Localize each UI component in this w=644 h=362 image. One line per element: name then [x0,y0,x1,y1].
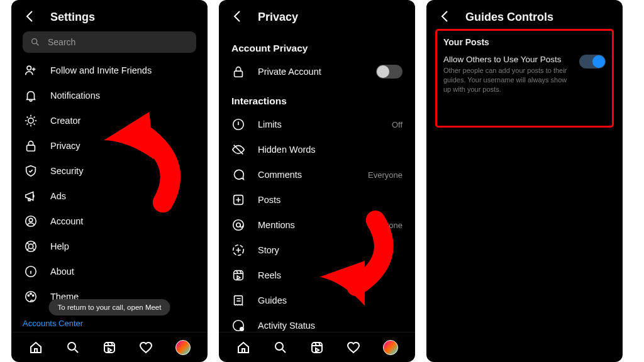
row-value: Off [392,120,402,129]
nav-home-icon[interactable] [236,340,251,355]
row-account[interactable]: Account [23,209,196,234]
activity-icon [231,319,245,332]
row-ads[interactable]: Ads [23,184,196,209]
row-label: Creator [50,116,195,126]
highlight-box: Your Posts Allow Others to Use Your Post… [435,29,614,128]
row-reels[interactable]: Reels [230,263,404,288]
row-hidden-words[interactable]: Hidden Words [230,137,404,162]
row-label: Help [50,241,195,251]
palette-icon [24,290,38,304]
section-account-privacy: Account Privacy [230,31,404,59]
lock-icon [24,139,38,153]
row-follow-and-invite-friends[interactable]: Follow and Invite Friends [23,58,196,83]
header: Settings [11,0,208,31]
section-your-posts: Your Posts [443,37,606,47]
header: Privacy [219,0,415,31]
toast-message: To return to your call, open Meet [49,299,170,315]
row-label: Account [50,216,195,226]
back-icon[interactable] [230,9,244,25]
bottom-nav [219,332,415,362]
allow-others-toggle[interactable] [579,55,606,69]
search-icon [30,37,40,47]
row-guides[interactable]: Guides [230,288,404,313]
row-posts[interactable]: Posts [230,187,404,212]
search-input[interactable]: Search [23,31,196,53]
mentions-icon [231,218,245,232]
limits-icon [231,118,245,131]
row-label: Posts [258,195,402,205]
row-security[interactable]: Security [23,158,196,184]
page-title: Settings [50,11,95,24]
row-label: Mentions [258,220,355,230]
row-label: Comments [258,170,355,180]
megaphone-icon [24,189,38,203]
header: Guides Controls [426,0,623,31]
row-value: Everyone [368,221,402,230]
row-label: Activity Status [258,321,402,331]
row-creator[interactable]: Creator [23,108,196,133]
add-friend-icon [24,63,38,77]
private-account-toggle[interactable] [376,65,402,79]
row-label: Story [258,245,402,255]
guides-controls-screen: Guides Controls Your Posts Allow Others … [426,0,623,362]
row-label: Privacy [50,141,195,151]
row-privacy[interactable]: Privacy [23,133,196,158]
info-icon [24,265,38,278]
reels-icon [231,268,245,282]
row-notifications[interactable]: Notifications [23,83,196,108]
lock-icon [231,65,245,79]
star-badge-icon [24,114,38,128]
row-label: Reels [258,270,402,280]
row-limits[interactable]: LimitsOff [230,112,404,137]
row-activity-status[interactable]: Activity Status [230,313,404,332]
back-icon[interactable] [438,9,452,25]
nav-activity-icon[interactable] [138,340,153,355]
row-help[interactable]: Help [23,234,196,259]
privacy-screen: Privacy Account Privacy Private Account … [219,0,415,362]
row-label: Follow and Invite Friends [50,65,195,75]
hidden-words-icon [231,143,245,156]
nav-profile-avatar[interactable] [175,340,191,355]
option-heading: Allow Others to Use Your Posts [443,55,573,64]
row-label: Ads [50,191,195,201]
nav-reels-icon[interactable] [309,340,325,355]
settings-screen: Settings Search Follow and Invite Friend… [11,0,208,362]
row-label: Notifications [50,90,195,101]
row-about[interactable]: About [23,259,196,284]
page-title: Guides Controls [465,11,553,24]
row-label: Guides [258,295,402,305]
row-comments[interactable]: CommentsEveryone [230,162,404,187]
nav-search-icon[interactable] [65,340,80,355]
row-label: Security [50,166,195,176]
row-value: Everyone [368,170,402,180]
nav-profile-avatar[interactable] [383,340,398,355]
nav-home-icon[interactable] [28,340,43,355]
row-label: Hidden Words [258,145,402,155]
help-icon [24,239,38,253]
option-description: Other people can add your posts to their… [443,66,573,94]
nav-activity-icon[interactable] [346,340,361,355]
nav-search-icon[interactable] [273,340,288,355]
shield-icon [24,164,38,178]
private-account-label: Private Account [258,67,364,77]
posts-icon [231,193,245,207]
bottom-nav [11,332,208,362]
row-mentions[interactable]: MentionsEveryone [230,212,404,238]
row-label: About [50,266,195,277]
section-interactions: Interactions [230,84,404,112]
private-account-row[interactable]: Private Account [230,59,404,84]
nav-reels-icon[interactable] [102,340,117,355]
user-circle-icon [24,214,38,228]
page-title: Privacy [258,11,298,24]
bell-icon [24,89,38,102]
row-label: Limits [258,119,379,129]
accounts-center-link[interactable]: Accounts Center [11,315,208,332]
allow-others-row[interactable]: Allow Others to Use Your Posts Other peo… [443,55,606,94]
story-icon [231,243,245,257]
back-icon[interactable] [23,9,36,25]
guides-icon [231,293,245,307]
comments-icon [231,168,245,182]
row-story[interactable]: Story [230,238,404,263]
search-placeholder: Search [48,37,75,47]
